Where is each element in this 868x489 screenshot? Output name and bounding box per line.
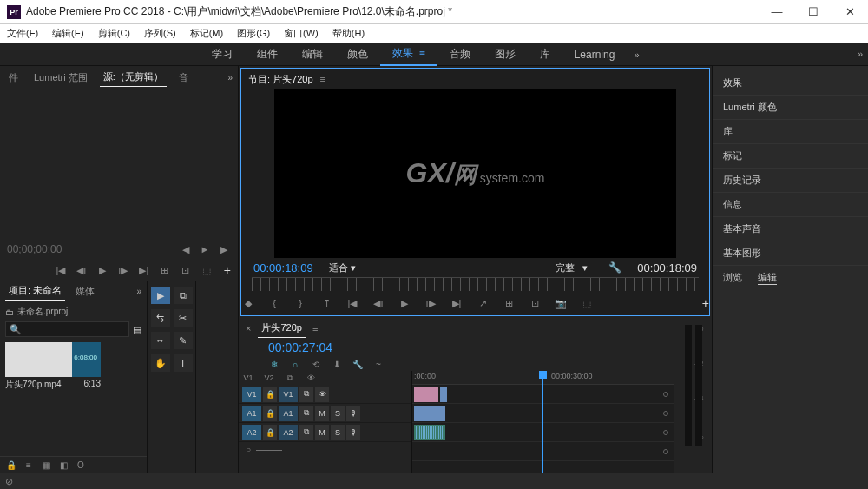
workspace-learn[interactable]: 学习 (200, 43, 245, 66)
close-button[interactable]: ✕ (832, 0, 868, 24)
menu-sequence[interactable]: 序列(S) (141, 25, 180, 42)
marker-icon[interactable]: ◆ (241, 296, 255, 310)
a2-mute-button[interactable]: M (315, 425, 329, 440)
source-play-icon[interactable]: ► (198, 242, 212, 256)
clip-v2-b[interactable] (440, 387, 447, 402)
panel-markers[interactable]: 标记 (713, 144, 868, 169)
timeline-panel-menu[interactable]: ≡ (312, 323, 318, 334)
source-next-icon[interactable]: ▶ (217, 242, 231, 256)
settings-icon[interactable]: 🔧 (608, 261, 621, 274)
play-button[interactable]: ▶ (398, 296, 411, 310)
a2-toggle-icon[interactable]: ⧉ (299, 425, 313, 440)
panel-history[interactable]: 历史记录 (713, 169, 868, 193)
clip-thumbnail[interactable]: 6:08:00 (5, 342, 101, 377)
quality-dropdown[interactable]: 完整 ▾ (556, 261, 588, 274)
workspace-overflow[interactable]: » (627, 50, 646, 60)
a1-toggle-icon[interactable]: ⧉ (299, 406, 313, 421)
menu-mark[interactable]: 标记(M) (187, 25, 227, 42)
list-view-icon[interactable]: ≡ (23, 459, 35, 472)
workspace-editing[interactable]: 编辑 (290, 43, 335, 66)
a1-lock-icon[interactable]: 🔒 (263, 406, 277, 421)
tab-project[interactable]: 项目: 未命名 (5, 281, 65, 301)
freeform-view-icon[interactable]: ◧ (57, 459, 69, 472)
ripple-tool[interactable]: ⇆ (151, 309, 170, 327)
lift-icon[interactable]: ↗ (476, 296, 490, 310)
workspace-library[interactable]: 库 (528, 43, 562, 66)
mark-out-icon[interactable]: } (293, 296, 307, 310)
subtab-browse[interactable]: 浏览 (723, 271, 742, 285)
workspace-graphics[interactable]: 图形 (483, 43, 528, 66)
program-tab[interactable]: 节目: 片头720p (248, 73, 313, 86)
v1-toggle-icon[interactable]: ⧉ (299, 387, 313, 402)
extract-icon[interactable]: ⊞ (502, 296, 516, 310)
snap-icon[interactable]: ❄ (268, 360, 280, 369)
waveform-icon[interactable]: ~ (372, 360, 385, 369)
program-timecode-out[interactable]: 00:00:18:09 (637, 261, 697, 274)
v1-eye-icon[interactable]: 👁 (315, 387, 329, 402)
timeline-foot-bar[interactable]: ——— (256, 445, 282, 454)
razor-tool[interactable]: ✂ (174, 309, 193, 327)
a2-lock-icon[interactable]: 🔒 (263, 425, 277, 440)
goto-out-icon[interactable]: ▶| (450, 296, 464, 310)
workspace-assembly[interactable]: 组件 (245, 43, 290, 66)
panel-lumetri-color[interactable]: Lumetri 颜色 (713, 96, 868, 120)
tab-truncated-right[interactable]: 音 (175, 69, 192, 87)
a1-source-patch[interactable]: A1 (242, 406, 261, 421)
next-frame-icon[interactable]: ı▶ (424, 296, 437, 310)
workspace-effects[interactable]: 效果 ≡ (380, 43, 437, 66)
selection-tool[interactable]: ▶ (151, 287, 170, 304)
menu-window[interactable]: 窗口(W) (280, 25, 322, 42)
right-overflow-icon[interactable]: » (858, 49, 863, 59)
source-tabs-overflow[interactable]: » (227, 73, 233, 83)
tab-lumetri-scopes[interactable]: Lumetri 范围 (30, 69, 91, 87)
a1-mute-button[interactable]: M (315, 406, 329, 421)
subtab-edit[interactable]: 编辑 (758, 271, 777, 285)
linked-selection-icon[interactable]: ∩ (289, 360, 301, 369)
readonly-icon[interactable]: 🔒 (5, 459, 17, 472)
program-monitor[interactable]: GX/网system.com (274, 89, 676, 258)
tab-source[interactable]: 源:（无剪辑） (100, 68, 167, 87)
clip-v1[interactable] (414, 406, 445, 421)
a2-solo-button[interactable]: S (331, 425, 345, 440)
track-select-tool[interactable]: ⧉ (174, 287, 193, 304)
step-fwd-icon[interactable]: ı▶ (116, 263, 130, 277)
wrench-icon[interactable]: 🔧 (352, 360, 364, 369)
play-icon[interactable]: ▶ (95, 263, 109, 277)
source-timecode[interactable]: 00;00;00;00 (7, 243, 62, 255)
project-tabs-overflow[interactable]: » (136, 287, 141, 296)
panel-library[interactable]: 库 (713, 120, 868, 144)
type-tool[interactable]: T (174, 354, 193, 372)
minimize-button[interactable]: — (759, 0, 795, 24)
workspace-learning[interactable]: Learning (562, 43, 628, 66)
project-search-input[interactable]: 🔍 (5, 321, 129, 337)
camera-icon[interactable]: 📷 (554, 296, 568, 310)
v1-source-patch[interactable]: V1 (242, 387, 261, 402)
a1-solo-button[interactable]: S (331, 406, 345, 421)
a1-track-target[interactable]: A1 (279, 406, 298, 421)
v1-lock-icon[interactable]: 🔒 (263, 387, 277, 402)
timeline-tab[interactable]: 片头720p (258, 319, 305, 338)
playhead[interactable] (542, 371, 543, 473)
tab-media[interactable]: 媒体 (72, 282, 98, 301)
hand-tool[interactable]: ✋ (151, 354, 170, 372)
source-prev-icon[interactable]: ◀ (179, 242, 193, 256)
a1-mic-icon[interactable]: 🎙 (346, 406, 360, 421)
icon-view-icon[interactable]: ▦ (40, 459, 52, 472)
panel-info[interactable]: 信息 (713, 193, 868, 217)
tab-truncated-left[interactable]: 件 (5, 69, 22, 87)
a2-track-target[interactable]: A2 (279, 425, 298, 440)
timeline-settings-icon[interactable]: ⬇ (331, 360, 343, 369)
panel-essential-sound[interactable]: 基本声音 (713, 217, 868, 241)
goto-in-icon[interactable]: ⤒ (319, 296, 333, 310)
track-toggle-icon[interactable]: ⧉ (284, 373, 296, 383)
eye-icon[interactable]: 👁 (305, 373, 317, 382)
menu-edit[interactable]: 编辑(E) (49, 25, 88, 42)
v1-track-target[interactable]: V1 (279, 387, 298, 402)
a2-mic-icon[interactable]: 🎙 (346, 425, 360, 440)
goto-in-icon[interactable]: |◀ (54, 263, 68, 277)
slip-tool[interactable]: ↔ (151, 332, 170, 349)
export-frame-icon[interactable]: ⬚ (200, 263, 214, 277)
step-back-icon[interactable]: |◀ (345, 296, 359, 310)
v1-patch[interactable]: V1 (242, 373, 254, 382)
menu-file[interactable]: 文件(F) (3, 25, 42, 42)
